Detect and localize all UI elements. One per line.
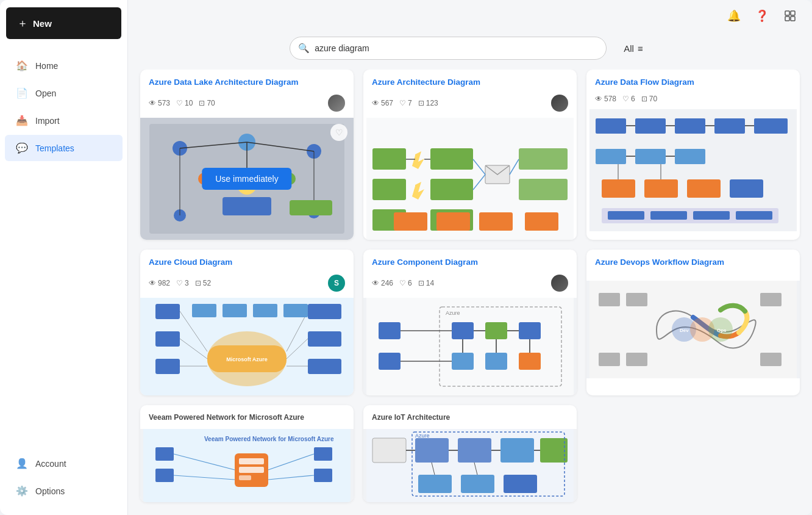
- sidebar-item-account-label: Account: [35, 459, 66, 469]
- svg-rect-54: [635, 149, 666, 164]
- svg-rect-73: [155, 304, 180, 319]
- card-meta: 👁 567 ♡ 7 ⊡ 123: [363, 95, 577, 118]
- copies-stat: ⊡ 123: [418, 99, 438, 107]
- card-title: Azure Devops Workflow Diagram: [595, 257, 791, 268]
- svg-text:Veeam Powered Network for Micr: Veeam Powered Network for Microsoft Azur…: [204, 436, 334, 442]
- sidebar-item-options[interactable]: ⚙️ Options: [5, 478, 123, 504]
- svg-rect-103: [379, 322, 401, 339]
- grid-menu-button[interactable]: [780, 6, 800, 26]
- views-stat: 👁 246: [372, 279, 393, 287]
- svg-text:Ops: Ops: [717, 328, 727, 333]
- template-card-azure-data-flow[interactable]: Azure Data Flow Diagram 👁 578 ♡ 6 ⊡ 70: [586, 70, 800, 240]
- likes-stat: ♡ 6: [622, 95, 635, 103]
- template-card-azure-cloud[interactable]: Azure Cloud Diagram 👁 982 ♡ 3 ⊡ 52 S Mic…: [140, 250, 354, 395]
- copies-stat: ⊡ 70: [641, 95, 657, 103]
- sidebar-item-account[interactable]: 👤 Account: [5, 450, 123, 477]
- svg-text:Azure: Azure: [446, 310, 460, 316]
- card-meta: 👁 982 ♡ 3 ⊡ 52 S: [140, 275, 354, 298]
- template-card-azure-architecture[interactable]: Azure Architecture Diagram 👁 567 ♡ 7 ⊡ 1…: [363, 70, 577, 240]
- svg-rect-46: [675, 118, 705, 134]
- svg-rect-104: [379, 353, 401, 370]
- svg-rect-75: [155, 359, 180, 374]
- svg-rect-93: [485, 322, 507, 339]
- svg-rect-111: [599, 293, 620, 306]
- filter-button[interactable]: All ≡: [616, 38, 650, 59]
- sidebar-item-home[interactable]: 🏠 Home: [5, 52, 123, 79]
- svg-rect-74: [155, 331, 180, 347]
- views-stat: 👁 573: [149, 99, 170, 107]
- views-stat: 👁 567: [372, 99, 393, 107]
- card-stats: 👁 982 ♡ 3 ⊡ 52: [149, 279, 211, 287]
- svg-rect-128: [314, 469, 332, 482]
- svg-rect-122: [239, 458, 264, 464]
- svg-rect-124: [239, 475, 251, 480]
- avatar: [328, 95, 345, 112]
- svg-rect-89: [366, 298, 574, 395]
- template-card-azure-data-lake[interactable]: Azure Data Lake Architecture Diagram 👁 5…: [140, 70, 354, 240]
- svg-rect-21: [290, 200, 332, 215]
- sidebar-item-templates[interactable]: 💬 Templates: [5, 135, 123, 161]
- svg-rect-95: [452, 353, 474, 370]
- card-title-area: Azure Devops Workflow Diagram: [586, 250, 800, 275]
- svg-rect-77: [308, 331, 341, 347]
- avatar: [551, 95, 568, 112]
- svg-rect-58: [602, 179, 635, 198]
- search-area: 🔍 All ≡: [128, 32, 812, 70]
- sidebar: ＋ New 🏠 Home 📄 Open 📥 Import 💬 Templates…: [0, 0, 128, 515]
- card-title: Azure Data Lake Architecture Diagram: [149, 77, 345, 88]
- likes-stat: ♡ 7: [399, 99, 412, 107]
- use-immediately-button[interactable]: Use immediately: [202, 168, 291, 190]
- card-meta: 👁 578 ♡ 6 ⊡ 70: [586, 95, 800, 109]
- card-title-area: Veeam Powered Network for Microsoft Azur…: [140, 405, 354, 429]
- svg-rect-92: [452, 322, 474, 339]
- svg-rect-135: [415, 438, 449, 463]
- template-card-azure-devops[interactable]: Azure Devops Workflow Diagram: [586, 250, 800, 395]
- template-card-veeam-azure[interactable]: Veeam Powered Network for Microsoft Azur…: [140, 405, 354, 502]
- svg-rect-33: [519, 179, 568, 200]
- card-image: Dev Ops: [586, 281, 800, 378]
- svg-rect-2: [785, 16, 789, 21]
- svg-rect-114: [599, 353, 620, 366]
- svg-rect-96: [485, 353, 507, 370]
- sidebar-item-import[interactable]: 📥 Import: [5, 107, 123, 134]
- sidebar-item-open[interactable]: 📄 Open: [5, 80, 123, 106]
- svg-rect-24: [372, 179, 406, 200]
- plus-icon: ＋: [17, 16, 28, 31]
- card-image: [363, 118, 577, 240]
- template-card-azure-iot[interactable]: Azure IoT Architecture Azure: [363, 405, 577, 502]
- likes-stat: ♡ 10: [176, 99, 193, 107]
- sidebar-item-import-label: Import: [35, 116, 60, 126]
- new-button[interactable]: ＋ New: [6, 7, 121, 39]
- svg-rect-28: [430, 148, 473, 170]
- svg-rect-68: [736, 211, 772, 220]
- svg-rect-127: [314, 447, 332, 461]
- svg-text:Dev: Dev: [680, 328, 689, 333]
- svg-rect-138: [540, 438, 568, 463]
- views-stat: 👁 982: [149, 279, 170, 287]
- svg-rect-65: [608, 211, 644, 220]
- card-title-area: Azure Data Flow Diagram: [586, 70, 800, 95]
- notification-button[interactable]: 🔔: [724, 6, 744, 26]
- help-button[interactable]: ❓: [752, 6, 772, 26]
- svg-rect-0: [785, 11, 789, 15]
- filter-menu-icon: ≡: [638, 43, 643, 54]
- open-icon: 📄: [16, 87, 28, 99]
- sidebar-item-open-label: Open: [35, 88, 56, 98]
- svg-rect-29: [430, 179, 473, 200]
- svg-rect-53: [596, 149, 626, 164]
- likes-stat: ♡ 6: [399, 279, 412, 287]
- svg-rect-123: [239, 467, 264, 473]
- sidebar-item-templates-label: Templates: [35, 143, 74, 153]
- card-image: [586, 109, 800, 231]
- heart-icon[interactable]: ♡: [330, 124, 347, 141]
- svg-rect-113: [760, 293, 782, 306]
- template-card-azure-component[interactable]: Azure Component Diagram 👁 246 ♡ 6 ⊡ 14 A…: [363, 250, 577, 395]
- card-title: Azure Data Flow Diagram: [595, 77, 791, 88]
- home-icon: 🏠: [16, 60, 28, 71]
- main-area: 🔔 ❓ 🔍 All ≡ Azure Data Lake Architecture…: [128, 0, 812, 515]
- search-input[interactable]: [290, 37, 607, 60]
- views-stat: 👁 578: [595, 95, 616, 103]
- filter-label: All: [624, 43, 634, 54]
- svg-rect-85: [192, 304, 216, 317]
- svg-rect-134: [372, 438, 406, 463]
